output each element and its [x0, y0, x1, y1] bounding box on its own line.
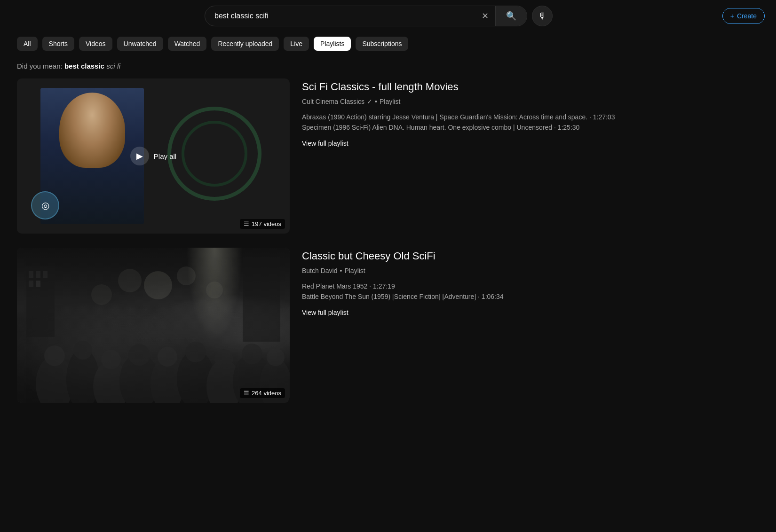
search-clear-button[interactable]: ✕ — [475, 11, 495, 21]
filter-chip-all[interactable]: All — [17, 37, 38, 51]
did-you-mean-prefix: Did you mean: — [17, 62, 64, 70]
view-full-playlist-link-1[interactable]: View full playlist — [302, 140, 348, 147]
playlist-info-2: Classic but Cheesy Old SciFi Butch David… — [302, 248, 759, 317]
meta-separator-2: • — [340, 267, 342, 274]
play-triangle-icon: ▶ — [136, 151, 143, 161]
create-button[interactable]: + Create — [722, 8, 765, 24]
header-right: + Create — [708, 8, 765, 24]
playlist-card-2: ☰ 264 videos Classic but Cheesy Old SciF… — [17, 248, 759, 403]
search-bar-wrapper: ✕ 🔍 🎙 — [205, 6, 553, 26]
play-icon-1: ▶ — [130, 147, 149, 165]
channel-name-1[interactable]: Cult Cinema Classics — [302, 98, 364, 105]
search-input[interactable] — [205, 7, 475, 25]
verified-icon-1: ✓ — [367, 98, 372, 105]
playlist-desc-2: Red Planet Mars 1952 · 1:27:19 Battle Be… — [302, 281, 759, 302]
playlist-desc-line-1-1: Abraxas (1990 Action) starring Jesse Ven… — [302, 112, 759, 122]
playlist-meta-1: Cult Cinema Classics ✓ • Playlist — [302, 98, 759, 105]
playlist-thumbnail-2[interactable]: ☰ 264 videos — [17, 248, 290, 403]
playlist-count-icon: ☰ — [244, 220, 249, 227]
playlist-card-1: ◎ ▶ Play all ☰ 197 videos Sci Fi Classic… — [17, 78, 759, 234]
search-submit-button[interactable]: 🔍 — [495, 6, 527, 26]
filter-chip-recently-uploaded[interactable]: Recently uploaded — [211, 37, 279, 51]
filter-chip-unwatched[interactable]: Unwatched — [117, 37, 163, 51]
playlist-type-1: Playlist — [380, 98, 400, 105]
play-all-overlay-1: ▶ Play all — [17, 78, 290, 234]
video-count-text-1: 197 videos — [252, 220, 281, 227]
did-you-mean-bold: best classic — [64, 62, 106, 70]
channel-name-2[interactable]: Butch David — [302, 267, 337, 274]
filter-chip-playlists[interactable]: Playlists — [314, 37, 351, 51]
filter-chip-live[interactable]: Live — [284, 37, 309, 51]
did-you-mean-italic: sci fi — [106, 62, 120, 70]
playlist-desc-line-2-1: Red Planet Mars 1952 · 1:27:19 — [302, 281, 759, 291]
filter-bar: AllShortsVideosUnwatchedWatchedRecently … — [0, 32, 776, 57]
playlist-title-1[interactable]: Sci Fi Classics - full length Movies — [302, 80, 759, 94]
playlist-desc-1: Abraxas (1990 Action) starring Jesse Ven… — [302, 112, 759, 133]
plus-icon: + — [730, 12, 734, 20]
play-all-label-1: Play all — [154, 152, 176, 160]
video-count-badge-2: ☰ 264 videos — [240, 388, 285, 398]
search-bar: ✕ 🔍 — [205, 6, 527, 26]
mic-icon: 🎙 — [538, 11, 546, 21]
filter-chip-shorts[interactable]: Shorts — [42, 37, 74, 51]
video-count-badge-1: ☰ 197 videos — [240, 219, 285, 229]
filter-chip-subscriptions[interactable]: Subscriptions — [356, 37, 408, 51]
playlist-desc-line-2-2: Battle Beyond The Sun (1959) [Science Fi… — [302, 291, 759, 302]
create-label: Create — [737, 12, 757, 20]
view-full-playlist-link-2[interactable]: View full playlist — [302, 309, 348, 316]
header: ✕ 🔍 🎙 + Create — [0, 0, 776, 32]
play-all-overlay-2 — [17, 248, 290, 403]
meta-separator-1: • — [375, 98, 377, 105]
playlist-title-2[interactable]: Classic but Cheesy Old SciFi — [302, 250, 759, 263]
playlist-count-icon-2: ☰ — [244, 390, 249, 397]
filter-chip-videos[interactable]: Videos — [79, 37, 112, 51]
did-you-mean-section: Did you mean: best classic sci fi — [0, 57, 776, 78]
playlist-info-1: Sci Fi Classics - full length Movies Cul… — [302, 78, 759, 148]
close-icon: ✕ — [482, 11, 489, 21]
search-results: ◎ ▶ Play all ☰ 197 videos Sci Fi Classic… — [0, 78, 776, 403]
filter-chip-watched[interactable]: Watched — [168, 37, 207, 51]
mic-button[interactable]: 🎙 — [532, 6, 553, 26]
playlist-meta-2: Butch David • Playlist — [302, 267, 759, 274]
video-count-text-2: 264 videos — [252, 390, 281, 397]
playlist-thumbnail-1[interactable]: ◎ ▶ Play all ☰ 197 videos — [17, 78, 290, 234]
search-icon: 🔍 — [506, 11, 516, 21]
playlist-desc-line-1-2: Specimen (1996 Sci-Fi) Alien DNA. Human … — [302, 122, 759, 133]
playlist-type-2: Playlist — [344, 267, 365, 274]
